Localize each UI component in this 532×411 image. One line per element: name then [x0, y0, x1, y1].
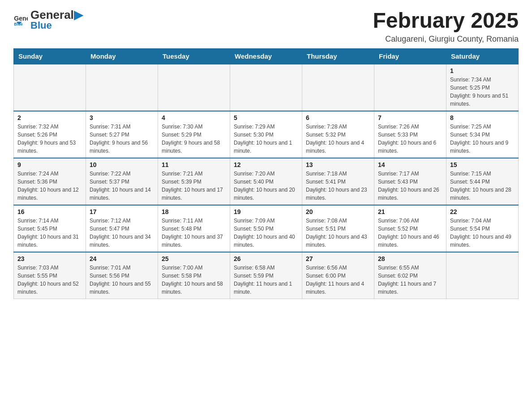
calendar-cell-w1-d1 — [14, 64, 86, 111]
day-number: 1 — [450, 67, 515, 74]
calendar-cell-w4-d5: 20Sunrise: 7:08 AMSunset: 5:51 PMDayligh… — [302, 205, 374, 252]
day-number: 22 — [450, 208, 515, 215]
day-number: 7 — [378, 114, 442, 121]
calendar-cell-w2-d2: 3Sunrise: 7:31 AMSunset: 5:27 PMDaylight… — [86, 111, 158, 158]
calendar-week-3: 9Sunrise: 7:24 AMSunset: 5:36 PMDaylight… — [14, 158, 519, 205]
calendar-cell-w2-d6: 7Sunrise: 7:26 AMSunset: 5:33 PMDaylight… — [374, 111, 446, 158]
day-number: 13 — [306, 161, 370, 168]
day-info: Sunrise: 7:08 AMSunset: 5:51 PMDaylight:… — [306, 217, 370, 249]
calendar-cell-w2-d5: 6Sunrise: 7:28 AMSunset: 5:32 PMDaylight… — [302, 111, 374, 158]
calendar-cell-w1-d3 — [158, 64, 230, 111]
day-info: Sunrise: 6:58 AMSunset: 5:59 PMDaylight:… — [234, 264, 298, 296]
day-number: 21 — [378, 208, 442, 215]
day-info: Sunrise: 6:56 AMSunset: 6:00 PMDaylight:… — [306, 264, 370, 296]
calendar-table: Sunday Monday Tuesday Wednesday Thursday… — [13, 48, 519, 299]
calendar-cell-w2-d4: 5Sunrise: 7:29 AMSunset: 5:30 PMDaylight… — [230, 111, 302, 158]
svg-text:Blue: Blue — [14, 22, 22, 26]
calendar-cell-w2-d1: 2Sunrise: 7:32 AMSunset: 5:26 PMDaylight… — [14, 111, 86, 158]
page-header: General Blue General▶ Blue February 2025… — [13, 9, 519, 44]
day-number: 28 — [378, 255, 442, 262]
day-number: 20 — [306, 208, 370, 215]
day-number: 8 — [450, 114, 515, 121]
day-number: 18 — [162, 208, 226, 215]
calendar-cell-w5-d2: 24Sunrise: 7:01 AMSunset: 5:56 PMDayligh… — [86, 252, 158, 299]
calendar-cell-w2-d7: 8Sunrise: 7:25 AMSunset: 5:34 PMDaylight… — [446, 111, 519, 158]
svg-text:General: General — [14, 15, 28, 22]
day-number: 2 — [17, 114, 82, 121]
calendar-cell-w5-d3: 25Sunrise: 7:00 AMSunset: 5:58 PMDayligh… — [158, 252, 230, 299]
day-info: Sunrise: 7:20 AMSunset: 5:40 PMDaylight:… — [234, 170, 298, 202]
calendar-cell-w2-d3: 4Sunrise: 7:30 AMSunset: 5:29 PMDaylight… — [158, 111, 230, 158]
calendar-cell-w1-d7: 1Sunrise: 7:34 AMSunset: 5:25 PMDaylight… — [446, 64, 519, 111]
calendar-cell-w5-d5: 27Sunrise: 6:56 AMSunset: 6:00 PMDayligh… — [302, 252, 374, 299]
day-number: 23 — [17, 255, 82, 262]
title-block: February 2025 Calugareni, Giurgiu County… — [373, 9, 519, 44]
day-number: 27 — [306, 255, 370, 262]
month-title: February 2025 — [373, 9, 519, 33]
day-number: 19 — [234, 208, 298, 215]
day-info: Sunrise: 7:26 AMSunset: 5:33 PMDaylight:… — [378, 123, 442, 155]
day-info: Sunrise: 7:12 AMSunset: 5:47 PMDaylight:… — [90, 217, 154, 249]
calendar-week-4: 16Sunrise: 7:14 AMSunset: 5:45 PMDayligh… — [14, 205, 519, 252]
calendar-cell-w5-d7 — [446, 252, 519, 299]
logo-blue-text: Blue — [30, 20, 52, 31]
logo: General Blue General▶ Blue — [13, 9, 83, 30]
col-friday: Friday — [374, 48, 446, 64]
day-info: Sunrise: 7:31 AMSunset: 5:27 PMDaylight:… — [90, 123, 154, 155]
day-number: 9 — [17, 161, 82, 168]
calendar-cell-w4-d1: 16Sunrise: 7:14 AMSunset: 5:45 PMDayligh… — [14, 205, 86, 252]
col-tuesday: Tuesday — [158, 48, 230, 64]
col-thursday: Thursday — [302, 48, 374, 64]
calendar-cell-w4-d4: 19Sunrise: 7:09 AMSunset: 5:50 PMDayligh… — [230, 205, 302, 252]
day-number: 17 — [90, 208, 154, 215]
day-info: Sunrise: 7:21 AMSunset: 5:39 PMDaylight:… — [162, 170, 226, 202]
day-info: Sunrise: 7:15 AMSunset: 5:44 PMDaylight:… — [450, 170, 515, 202]
calendar-cell-w3-d2: 10Sunrise: 7:22 AMSunset: 5:37 PMDayligh… — [86, 158, 158, 205]
calendar-cell-w3-d5: 13Sunrise: 7:18 AMSunset: 5:41 PMDayligh… — [302, 158, 374, 205]
calendar-cell-w4-d7: 22Sunrise: 7:04 AMSunset: 5:54 PMDayligh… — [446, 205, 519, 252]
col-sunday: Sunday — [14, 48, 86, 64]
day-info: Sunrise: 7:29 AMSunset: 5:30 PMDaylight:… — [234, 123, 298, 155]
day-info: Sunrise: 7:28 AMSunset: 5:32 PMDaylight:… — [306, 123, 370, 155]
logo-icon: General Blue — [13, 13, 28, 27]
calendar-cell-w5-d4: 26Sunrise: 6:58 AMSunset: 5:59 PMDayligh… — [230, 252, 302, 299]
day-number: 16 — [17, 208, 82, 215]
location-subtitle: Calugareni, Giurgiu County, Romania — [373, 34, 519, 44]
day-info: Sunrise: 7:01 AMSunset: 5:56 PMDaylight:… — [90, 264, 154, 296]
calendar-cell-w4-d2: 17Sunrise: 7:12 AMSunset: 5:47 PMDayligh… — [86, 205, 158, 252]
col-monday: Monday — [86, 48, 158, 64]
day-info: Sunrise: 7:17 AMSunset: 5:43 PMDaylight:… — [378, 170, 442, 202]
day-number: 24 — [90, 255, 154, 262]
day-info: Sunrise: 7:00 AMSunset: 5:58 PMDaylight:… — [162, 264, 226, 296]
calendar-week-5: 23Sunrise: 7:03 AMSunset: 5:55 PMDayligh… — [14, 252, 519, 299]
day-info: Sunrise: 7:25 AMSunset: 5:34 PMDaylight:… — [450, 123, 515, 155]
day-info: Sunrise: 7:30 AMSunset: 5:29 PMDaylight:… — [162, 123, 226, 155]
day-number: 11 — [162, 161, 226, 168]
day-info: Sunrise: 7:22 AMSunset: 5:37 PMDaylight:… — [90, 170, 154, 202]
calendar-week-2: 2Sunrise: 7:32 AMSunset: 5:26 PMDaylight… — [14, 111, 519, 158]
col-saturday: Saturday — [446, 48, 519, 64]
calendar-header-row: Sunday Monday Tuesday Wednesday Thursday… — [14, 48, 519, 64]
day-number: 26 — [234, 255, 298, 262]
day-info: Sunrise: 7:03 AMSunset: 5:55 PMDaylight:… — [17, 264, 82, 296]
calendar-cell-w1-d5 — [302, 64, 374, 111]
calendar-cell-w1-d6 — [374, 64, 446, 111]
day-number: 3 — [90, 114, 154, 121]
day-info: Sunrise: 7:32 AMSunset: 5:26 PMDaylight:… — [17, 123, 82, 155]
day-number: 5 — [234, 114, 298, 121]
day-info: Sunrise: 7:34 AMSunset: 5:25 PMDaylight:… — [450, 76, 515, 108]
calendar-week-1: 1Sunrise: 7:34 AMSunset: 5:25 PMDaylight… — [14, 64, 519, 111]
day-info: Sunrise: 7:04 AMSunset: 5:54 PMDaylight:… — [450, 217, 515, 249]
day-info: Sunrise: 7:09 AMSunset: 5:50 PMDaylight:… — [234, 217, 298, 249]
day-number: 15 — [450, 161, 515, 168]
day-number: 12 — [234, 161, 298, 168]
calendar-cell-w3-d4: 12Sunrise: 7:20 AMSunset: 5:40 PMDayligh… — [230, 158, 302, 205]
day-info: Sunrise: 6:55 AMSunset: 6:02 PMDaylight:… — [378, 264, 442, 296]
calendar-cell-w3-d6: 14Sunrise: 7:17 AMSunset: 5:43 PMDayligh… — [374, 158, 446, 205]
calendar-cell-w4-d3: 18Sunrise: 7:11 AMSunset: 5:48 PMDayligh… — [158, 205, 230, 252]
calendar-cell-w4-d6: 21Sunrise: 7:06 AMSunset: 5:52 PMDayligh… — [374, 205, 446, 252]
day-info: Sunrise: 7:14 AMSunset: 5:45 PMDaylight:… — [17, 217, 82, 249]
day-info: Sunrise: 7:24 AMSunset: 5:36 PMDaylight:… — [17, 170, 82, 202]
day-number: 4 — [162, 114, 226, 121]
col-wednesday: Wednesday — [230, 48, 302, 64]
